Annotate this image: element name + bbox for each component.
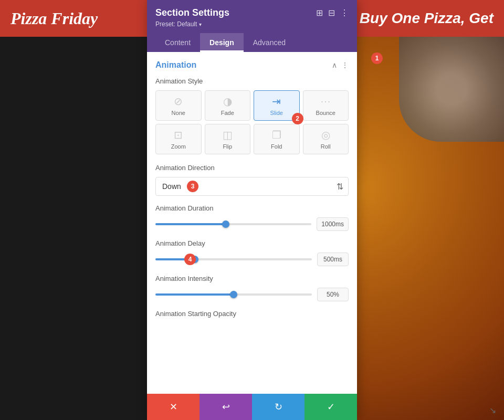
intensity-label: Animation Intensity [155,275,349,282]
panel-footer: ✕ ↩ ↻ ✓ [147,394,357,420]
logo: Pizza Friday [10,9,98,28]
bounce-label: Bounce [316,110,335,116]
anim-fade[interactable]: ◑ Fade [205,90,251,121]
badge-4: 4 [184,254,196,265]
delay-slider-container: 500ms 4 [155,253,349,266]
badge-3: 3 [187,181,198,192]
animation-direction-row: Animation Direction Down Up Left Right ⇅… [155,164,349,196]
fold-icon: ❐ [272,129,281,141]
anim-fold[interactable]: ❐ Fold [254,124,300,154]
section-settings-panel: Section Settings ⊞ ⊟ ⋮ Preset: Default ▾… [147,0,357,420]
none-label: None [172,110,185,116]
animation-style-grid: ⊘ None ◑ Fade ⇥ Slide 2 ⋯ Bounce ⊡ Zoom [155,90,349,154]
section-more-icon[interactable]: ⋮ [341,61,349,69]
fold-label: Fold [271,143,282,150]
opacity-label: Animation Starting Opacity [155,310,349,318]
intensity-track[interactable] [155,293,312,296]
cancel-button[interactable]: ✕ [147,394,200,420]
animation-title: Animation [155,60,196,70]
fit-icon[interactable]: ⊞ [316,8,323,18]
animation-style-label: Animation Style [155,77,349,85]
panel-header: Section Settings ⊞ ⊟ ⋮ Preset: Default ▾… [147,0,357,52]
bounce-icon: ⋯ [320,95,331,108]
reset-button[interactable]: ↩ [200,394,252,420]
panel-body: Animation ∧ ⋮ Animation Style ⊘ None ◑ F… [147,52,357,394]
promo-text: Buy One Pizza, Get [360,10,494,27]
anim-slide[interactable]: ⇥ Slide 2 [254,90,300,121]
animation-opacity-row: Animation Starting Opacity [155,310,349,318]
animation-section-header: Animation ∧ ⋮ [155,60,349,70]
animation-duration-row: Animation Duration 1000ms [155,204,349,231]
duration-slider-container: 1000ms [155,217,349,231]
anim-roll[interactable]: ◎ Roll [303,124,349,154]
anim-none[interactable]: ⊘ None [155,90,202,121]
resize-handle[interactable]: ↘ [489,405,500,416]
animation-intensity-row: Animation Intensity 50% [155,275,349,301]
delay-label: Animation Delay [155,239,349,247]
badge-2: 2 [292,113,303,124]
preset-arrow: ▾ [199,22,202,27]
none-icon: ⊘ [174,95,183,108]
save-button[interactable]: ✓ [304,394,357,420]
collapse-icon[interactable]: ∧ [332,61,337,69]
intensity-value: 50% [317,288,349,301]
more-icon[interactable]: ⋮ [340,8,349,18]
intensity-slider-container: 50% [155,288,349,301]
flip-icon: ◫ [223,129,233,141]
slide-icon: ⇥ [272,95,281,108]
tab-content[interactable]: Content [155,33,200,52]
duration-fill [155,223,226,225]
redo-button[interactable]: ↻ [252,394,304,420]
roll-label: Roll [321,143,331,150]
panel-header-top: Section Settings ⊞ ⊟ ⋮ [155,7,349,18]
tabs: Content Design Advanced [155,33,349,52]
section-header-icons: ∧ ⋮ [332,61,349,69]
save-icon: ✓ [327,401,335,413]
anim-zoom[interactable]: ⊡ Zoom [155,124,202,154]
duration-label: Animation Duration [155,204,349,212]
intensity-thumb[interactable] [230,291,237,298]
delay-track[interactable] [155,258,312,260]
flip-label: Flip [223,143,232,150]
cancel-icon: ✕ [170,401,177,413]
reset-icon: ↩ [222,401,230,413]
fade-label: Fade [221,110,234,116]
badge-1: 1 [371,52,383,64]
redo-icon: ↻ [275,401,282,413]
intensity-fill [155,293,234,296]
duration-value: 1000ms [317,217,349,231]
layout-icon[interactable]: ⊟ [328,8,335,18]
direction-select-wrapper: Down Up Left Right ⇅ 3 [155,177,349,196]
anim-flip[interactable]: ◫ Flip [205,124,251,154]
delay-value: 500ms [317,253,349,266]
tab-advanced[interactable]: Advanced [244,33,295,52]
left-dark-bg [0,37,147,420]
header-icons: ⊞ ⊟ ⋮ [316,8,349,18]
panel-title: Section Settings [155,7,229,18]
duration-thumb[interactable] [222,220,229,228]
tab-design[interactable]: Design [200,33,244,52]
fade-icon: ◑ [223,95,232,108]
slide-label: Slide [270,110,283,116]
roll-icon: ◎ [321,129,330,141]
anim-bounce[interactable]: ⋯ Bounce [303,90,349,121]
animation-delay-row: Animation Delay 500ms 4 [155,239,349,266]
shoe-area [399,37,504,142]
duration-track[interactable] [155,223,311,225]
zoom-label: Zoom [171,143,186,150]
direction-label: Animation Direction [155,164,349,172]
direction-select[interactable]: Down Up Left Right [155,177,349,196]
preset-label[interactable]: Preset: Default ▾ [155,20,349,28]
zoom-icon: ⊡ [174,129,183,141]
